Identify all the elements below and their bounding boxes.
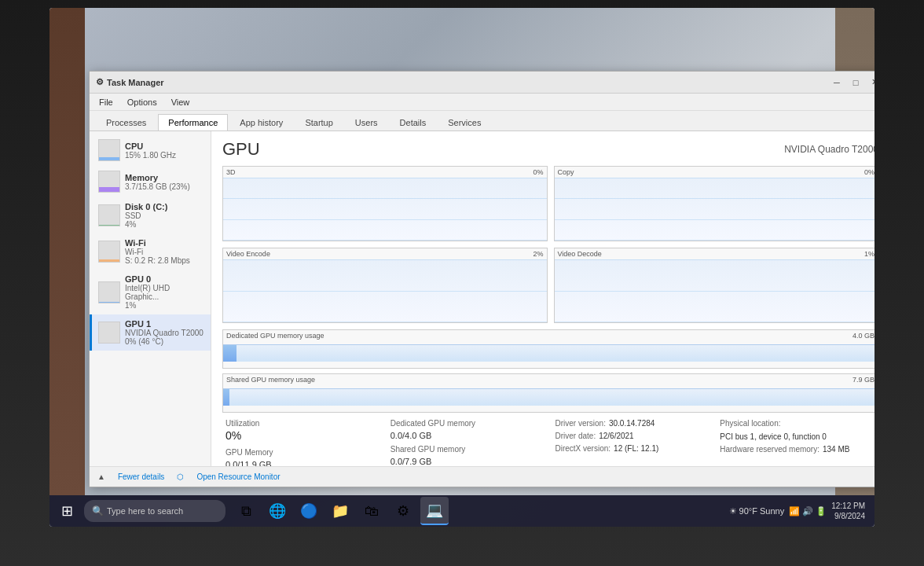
dedicated-memory-label: Dedicated GPU memory usage xyxy=(226,332,324,340)
driver-date-label: Driver date: xyxy=(556,432,596,440)
sidebar-item-memory[interactable]: Memory 3.7/15.8 GB (23%) xyxy=(90,166,211,197)
close-button[interactable]: ✕ xyxy=(866,75,874,90)
chart-encode-label: Video Encode xyxy=(226,250,270,258)
wifi-speed: S: 0.2 R: 2.8 Mbps xyxy=(125,256,204,265)
chart-copy: Copy 0% xyxy=(554,166,875,241)
gpu-main-panel: GPU NVIDIA Quadro T2000 3D 0% xyxy=(211,131,874,466)
chart-encode-percent: 2% xyxy=(533,250,543,258)
taskbar-app-chrome[interactable]: 🔵 xyxy=(295,497,323,525)
taskbar-app-folder[interactable]: 📁 xyxy=(326,497,354,525)
menu-options[interactable]: Options xyxy=(121,96,163,108)
dedicated-gpu-mem-value: 0.0/4.0 GB xyxy=(390,431,546,440)
shared-gpu-mem-value: 0.0/7.9 GB xyxy=(390,457,546,466)
open-resource-monitor-link[interactable]: Open Resource Monitor xyxy=(196,472,280,481)
task-manager-window: ⚙ Task Manager ─ □ ✕ File Options View P… xyxy=(89,71,874,487)
tab-users[interactable]: Users xyxy=(345,114,388,130)
window-title: ⚙ Task Manager xyxy=(96,77,164,87)
volume-icon[interactable]: 🔊 xyxy=(802,506,813,516)
tab-bar: Processes Performance App history Startu… xyxy=(90,111,874,131)
taskbar-app-task-view[interactable]: ⧉ xyxy=(232,497,260,525)
chart-decode-label: Video Decode xyxy=(558,250,602,258)
cpu-stats: 15% 1.80 GHz xyxy=(125,151,204,160)
search-placeholder: Type here to search xyxy=(107,506,183,516)
gpu1-label: GPU 1 xyxy=(125,319,204,329)
cpu-mini-graph xyxy=(98,139,120,161)
sidebar-item-wifi[interactable]: Wi-Fi Wi-Fi S: 0.2 R: 2.8 Mbps xyxy=(90,233,211,270)
menu-bar: File Options View xyxy=(90,94,874,111)
chart-3d-percent: 0% xyxy=(533,168,543,176)
tab-processes[interactable]: Processes xyxy=(96,114,156,130)
chart-video-encode: Video Encode 2% xyxy=(222,248,548,323)
sidebar-item-gpu1[interactable]: GPU 1 NVIDIA Quadro T2000 0% (46 °C) xyxy=(90,314,211,351)
battery-icon[interactable]: 🔋 xyxy=(816,506,827,516)
gpu-title: GPU xyxy=(222,139,260,160)
disk-percent: 4% xyxy=(125,220,204,229)
memory-mini-graph xyxy=(98,171,120,193)
sidebar-item-gpu0[interactable]: GPU 0 Intel(R) UHD Graphic... 1% xyxy=(90,270,211,314)
sidebar-item-cpu[interactable]: CPU 15% 1.80 GHz xyxy=(90,134,211,166)
tab-details[interactable]: Details xyxy=(390,114,437,130)
taskbar-app-edge[interactable]: 🌐 xyxy=(263,497,292,525)
taskbar-app-settings[interactable]: ⚙ xyxy=(389,497,417,525)
driver-version-value: 30.0.14.7284 xyxy=(609,419,654,428)
tab-app-history[interactable]: App history xyxy=(229,114,293,130)
fewer-details-link[interactable]: Fewer details xyxy=(118,472,164,481)
taskbar-app-store[interactable]: 🛍 xyxy=(358,497,386,525)
maximize-button[interactable]: □ xyxy=(847,75,864,90)
chart-video-decode: Video Decode 1% xyxy=(554,248,875,323)
chart-decode-area xyxy=(555,259,875,322)
minimize-button[interactable]: ─ xyxy=(828,75,845,90)
gpu0-mini-graph xyxy=(98,281,120,303)
gpu-memory-label: GPU Memory xyxy=(226,448,381,457)
stat-utilization: Utilization 0% GPU Memory 0.0/11.9 GB xyxy=(222,419,384,466)
dedicated-memory-section: Dedicated GPU memory usage 4.0 GB xyxy=(222,329,874,369)
gpu1-mini-graph xyxy=(98,322,120,344)
tm-bottom-bar: ▲ Fewer details ⬡ Open Resource Monitor xyxy=(90,466,874,487)
menu-view[interactable]: View xyxy=(165,96,196,108)
gpu0-label: GPU 0 xyxy=(125,274,204,284)
start-button[interactable]: ⊞ xyxy=(53,497,81,525)
driver-date-value: 12/6/2021 xyxy=(599,432,634,440)
driver-version-label: Driver version: xyxy=(556,419,606,428)
tab-performance[interactable]: Performance xyxy=(158,114,228,130)
dedicated-memory-bar: Dedicated GPU memory usage 4.0 GB xyxy=(222,329,874,369)
taskbar-right: ☀ 90°F Sunny 📶 🔊 🔋 12:12 PM 9/8/2024 xyxy=(729,501,871,521)
hw-reserved-label: Hardware reserved memory: xyxy=(720,445,820,454)
physical-loc-label: Physical location: xyxy=(720,419,780,428)
chart-copy-percent: 0% xyxy=(864,168,874,176)
clock-time: 12:12 PM xyxy=(831,501,865,511)
chart-decode-percent: 1% xyxy=(864,250,874,258)
directx-label: DirectX version: xyxy=(556,444,611,453)
stat-memory: Dedicated GPU memory 0.0/4.0 GB Shared G… xyxy=(387,419,549,466)
screen-area: ⚙ Task Manager ─ □ ✕ File Options View P… xyxy=(50,8,874,527)
menu-file[interactable]: File xyxy=(93,96,119,108)
memory-label: Memory xyxy=(125,173,204,182)
taskbar-apps: ⧉ 🌐 🔵 📁 🛍 ⚙ 💻 xyxy=(232,497,449,525)
gpu0-model: Intel(R) UHD Graphic... xyxy=(125,284,204,301)
stat-driver: Driver version: 30.0.14.7284 Driver date… xyxy=(552,419,714,466)
fewer-details-icon: ▲ xyxy=(97,472,105,481)
gpu1-stats: 0% (46 °C) xyxy=(125,337,204,346)
chart-copy-area xyxy=(555,178,875,241)
utilization-label: Utilization xyxy=(226,419,381,428)
chart-encode-area xyxy=(223,259,547,322)
monitor-icon: ⬡ xyxy=(177,472,184,481)
shared-gpu-mem-label: Shared GPU memory xyxy=(390,445,546,454)
clock-display[interactable]: 12:12 PM 9/8/2024 xyxy=(831,501,865,521)
disk-mini-graph xyxy=(98,204,120,226)
search-bar[interactable]: 🔍 Type here to search xyxy=(84,500,226,522)
wifi-name: Wi-Fi xyxy=(125,248,204,256)
title-icon: ⚙ xyxy=(96,77,104,87)
disk-label: Disk 0 (C:) xyxy=(125,202,204,211)
taskbar-app-terminal[interactable]: 💻 xyxy=(420,497,449,525)
search-icon: 🔍 xyxy=(92,505,104,516)
tab-services[interactable]: Services xyxy=(438,114,491,130)
weather-display: ☀ 90°F Sunny xyxy=(729,506,785,516)
tab-startup[interactable]: Startup xyxy=(295,114,343,130)
charts-row-2: Video Encode 2% Video Dec xyxy=(222,248,874,323)
sidebar-item-disk[interactable]: Disk 0 (C:) SSD 4% xyxy=(90,197,211,233)
laptop-frame: ⚙ Task Manager ─ □ ✕ File Options View P… xyxy=(0,0,924,566)
network-icon[interactable]: 📶 xyxy=(789,506,800,516)
wifi-mini-graph xyxy=(98,241,120,263)
clock-date: 9/8/2024 xyxy=(831,511,865,521)
